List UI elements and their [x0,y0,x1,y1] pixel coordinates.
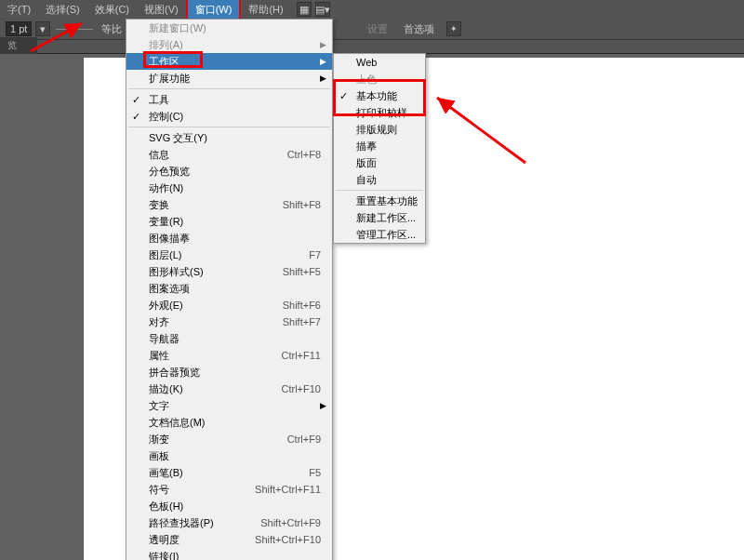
window-menu-item[interactable]: 图像描摹 [126,230,332,247]
menu-text[interactable]: 字(T) [0,0,38,20]
window-menu-dropdown: 新建窗口(W)排列(A)▶工作区▶扩展功能▶✓工具✓控制(C)SVG 交互(Y)… [126,19,333,560]
workspace-menu-item[interactable]: 描摹 [334,138,425,154]
check-icon: ✓ [132,94,140,106]
window-menu-item[interactable]: 透明度Shift+Ctrl+F10 [126,531,332,548]
menu-shortcut: Shift+F7 [283,316,321,327]
window-menu-item[interactable]: 文字▶ [126,397,332,414]
window-menu-item[interactable]: 图案选项 [126,280,332,297]
menu-separator [336,190,423,191]
window-menu-item[interactable]: 图形样式(S)Shift+F5 [126,263,332,280]
preferences-label[interactable]: 首选项 [404,22,434,36]
submenu-arrow-icon: ▶ [320,401,326,410]
window-menu-item[interactable]: 变量(R) [126,213,332,230]
menu-item-label: 透明度 [149,533,179,547]
window-menu-item[interactable]: 链接(I) [126,548,332,560]
menu-shortcut: Shift+Ctrl+F10 [255,534,321,545]
window-menu-item[interactable]: 色板(H) [126,498,332,514]
window-menu-item[interactable]: 分色预览 [126,163,332,180]
menu-item-label: 拼合器预览 [149,366,200,380]
menu-item-label: 新建窗口(W) [149,21,206,35]
window-menu-item[interactable]: 画板 [126,447,332,464]
check-icon: ✓ [339,90,348,102]
menu-item-label: 描边(K) [149,382,183,396]
menu-item-label: 排版规则 [356,123,397,137]
window-menu-item[interactable]: 新建窗口(W) [126,20,332,36]
menu-item-label: 图像描摹 [149,232,190,246]
workspace-menu-item[interactable]: Web [334,54,425,71]
menu-shortcut: Ctrl+F9 [287,433,321,445]
menu-item-label: 画板 [149,449,169,463]
menu-view[interactable]: 视图(V) [137,0,186,20]
stroke-dropdown[interactable]: ▾ [35,21,50,36]
window-menu-item[interactable]: 动作(N) [126,180,332,196]
secondary-bar [0,39,744,54]
window-menu-item[interactable]: 文档信息(M) [126,414,332,431]
workspace-menu-item[interactable]: 重置基本功能 [334,193,425,209]
menu-shortcut: Shift+F8 [283,199,321,210]
menu-item-label: 图层(L) [149,248,181,262]
menu-item-label: 分色预览 [149,165,190,179]
workspace-menu-item[interactable]: 管理工作区... [334,226,425,243]
stroke-weight-field[interactable]: 1 pt [6,21,32,36]
window-menu-item[interactable]: 信息Ctrl+F8 [126,146,332,163]
window-menu-item[interactable]: 外观(E)Shift+F6 [126,297,332,313]
window-menu-item[interactable]: SVG 交互(Y) [126,129,332,146]
window-menu-item[interactable]: 渐变Ctrl+F9 [126,431,332,447]
menu-item-label: 图形样式(S) [149,265,204,279]
workspace-menu-item[interactable]: 版面 [334,154,425,171]
toolbar-icon-2[interactable]: ▤▾ [315,2,330,17]
menu-item-label: 新建工作区... [356,211,416,225]
menu-item-label: 打印和校样 [356,106,407,120]
menu-shortcut: Shift+Ctrl+F9 [260,517,321,528]
document-tab[interactable]: 览 [0,37,37,54]
window-menu-item[interactable]: 属性Ctrl+F11 [126,347,332,364]
menu-effect[interactable]: 效果(C) [87,0,137,20]
menu-item-label: 变换 [149,198,169,212]
menu-item-label: 变量(R) [149,215,183,229]
menu-item-label: 路径查找器(P) [149,516,214,530]
window-menu-item[interactable]: ✓控制(C) [126,108,332,125]
menu-item-label: 对齐 [149,315,169,329]
window-menu-item[interactable]: 导航器 [126,330,332,347]
menu-help[interactable]: 帮助(H) [241,0,290,20]
window-menu-item[interactable]: 变换Shift+F8 [126,196,332,213]
menu-item-label: 扩展功能 [149,72,190,86]
workspace-menu-item[interactable]: ✓基本功能 [334,87,425,104]
menu-item-label: 上色 [356,73,377,87]
menu-shortcut: F7 [309,249,321,260]
window-menu-item[interactable]: 画笔(B)F5 [126,464,332,481]
window-menu-item[interactable]: 拼合器预览 [126,364,332,380]
options-bar: 1 pt ▾ 等比 ▾ 设置 首选项 ✦ [0,19,744,39]
menu-item-label: 画笔(B) [149,466,183,480]
workspace-menu-item[interactable]: 排版规则 [334,121,425,138]
menu-item-label: 外观(E) [149,299,183,313]
window-menu-item[interactable]: 排列(A)▶ [126,36,332,53]
window-menu-item[interactable]: 图层(L)F7 [126,247,332,263]
menu-shortcut: Ctrl+F11 [282,350,322,361]
window-menu-item[interactable]: ✓工具 [126,91,332,108]
window-menu-item[interactable]: 扩展功能▶ [126,70,332,87]
menu-shortcut: Ctrl+F10 [282,383,322,394]
workspace-menu-item[interactable]: 自动 [334,171,425,188]
toolbar-icon-1[interactable]: ▦ [297,2,312,17]
menu-item-label: 动作(N) [149,181,183,195]
menu-item-label: 管理工作区... [356,228,416,242]
menu-shortcut: Ctrl+F8 [287,149,321,160]
menu-item-label: 自动 [356,173,377,187]
window-menu-item[interactable]: 描边(K)Ctrl+F10 [126,380,332,397]
menu-item-label: 工作区 [149,55,179,69]
menu-select[interactable]: 选择(S) [38,0,87,20]
workspace-menu-item[interactable]: 新建工作区... [334,209,425,226]
window-menu-item[interactable]: 符号Shift+Ctrl+F11 [126,481,332,498]
menu-item-label: 渐变 [149,433,169,447]
menu-item-label: 链接(I) [149,550,179,561]
pin-icon[interactable]: ✦ [446,21,461,36]
menu-item-label: 控制(C) [149,110,183,124]
window-menu-item[interactable]: 路径查找器(P)Shift+Ctrl+F9 [126,514,332,531]
menu-item-label: 图案选项 [149,282,190,296]
workspace-menu-item[interactable]: 打印和校样 [334,104,425,121]
doc-setup-label[interactable]: 设置 [367,22,388,36]
window-menu-item[interactable]: 工作区▶ [126,53,332,70]
workspace-menu-item[interactable]: 上色 [334,71,425,87]
window-menu-item[interactable]: 对齐Shift+F7 [126,313,332,330]
